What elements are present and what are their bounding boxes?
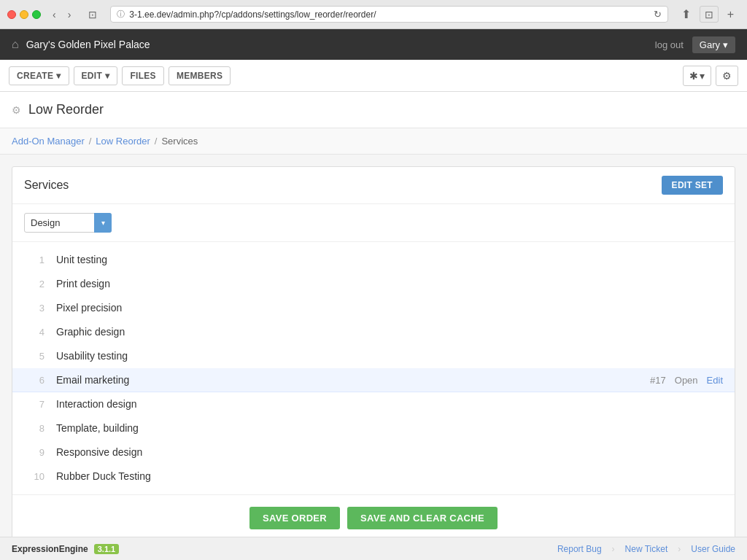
browser-actions: ⬆ ⊡ + [676, 6, 740, 23]
footer-left: ExpressionEngine 3.1.1 [12, 544, 119, 554]
panel-header: Services EDIT SET [12, 167, 735, 204]
window-button[interactable]: ⊡ [82, 7, 103, 22]
new-tab-button[interactable]: ⊡ [700, 6, 719, 23]
report-bug-link[interactable]: Report Bug [557, 544, 602, 554]
item-number: 4 [24, 327, 44, 338]
tools-chevron-icon: ▾ [700, 70, 705, 82]
header-right: log out Gary ▾ [655, 36, 735, 53]
files-label: FILES [130, 71, 156, 81]
lock-icon: ⓘ [117, 9, 125, 20]
item-number: 3 [24, 303, 44, 314]
list-item[interactable]: 7Interaction design [12, 392, 735, 416]
header-left: ⌂ Gary's Golden Pixel Palace [12, 38, 150, 51]
address-bar: ⓘ 3-1.ee.dev/admin.php?/cp/addons/settin… [110, 6, 667, 23]
item-status: Open [675, 375, 698, 386]
item-name: Responsive design [56, 446, 723, 458]
forward-button[interactable]: › [63, 7, 76, 22]
back-button[interactable]: ‹ [48, 7, 61, 22]
app-header: ⌂ Gary's Golden Pixel Palace log out Gar… [0, 29, 747, 60]
item-name: Email marketing [56, 374, 650, 386]
item-number: 7 [24, 399, 44, 410]
item-name: Print design [56, 278, 723, 289]
minimize-dot[interactable] [20, 10, 28, 19]
more-button[interactable]: + [721, 6, 740, 23]
user-guide-link[interactable]: User Guide [691, 544, 735, 554]
breadcrumb-bar: Add-On Manager / Low Reorder / Services [0, 128, 747, 155]
footer-sep-1: › [612, 544, 615, 554]
tools-button[interactable]: ✱ ▾ [683, 66, 711, 86]
breadcrumb-low-reorder[interactable]: Low Reorder [96, 136, 150, 147]
share-button[interactable]: ⬆ [676, 6, 697, 23]
home-icon[interactable]: ⌂ [12, 38, 19, 51]
page-header-icon: ⚙ [12, 104, 21, 116]
user-dropdown[interactable]: Gary ▾ [692, 36, 735, 53]
item-name: Pixel precision [56, 302, 723, 314]
logout-link[interactable]: log out [655, 39, 684, 50]
url-text: 3-1.ee.dev/admin.php?/cp/addons/settings… [129, 9, 649, 20]
app-footer: ExpressionEngine 3.1.1 Report Bug › New … [0, 537, 747, 553]
list-item[interactable]: 2Print design [12, 272, 735, 296]
edit-label: EDIT [82, 71, 103, 81]
new-ticket-link[interactable]: New Ticket [625, 544, 668, 554]
item-number: 6 [24, 375, 44, 386]
save-clear-button[interactable]: SAVE AND CLEAR CACHE [347, 507, 498, 529]
breadcrumb-sep-1: / [89, 136, 92, 147]
footer-app-name: ExpressionEngine [12, 544, 88, 554]
item-name: Template, building [56, 422, 723, 434]
tools-icon: ✱ [689, 70, 698, 82]
footer-version: 3.1.1 [94, 544, 119, 554]
list-item[interactable]: 8Template, building [12, 416, 735, 440]
create-label: CREATE [17, 71, 53, 81]
maximize-dot[interactable] [32, 10, 41, 19]
create-chevron-icon: ▾ [56, 71, 61, 81]
browser-dots [7, 10, 41, 19]
breadcrumb-addon-manager[interactable]: Add-On Manager [12, 136, 85, 147]
list-item[interactable]: 3Pixel precision [12, 296, 735, 320]
item-number: 8 [24, 423, 44, 434]
list-item[interactable]: 10Rubber Duck Testing [12, 464, 735, 489]
user-chevron-icon: ▾ [723, 39, 728, 50]
item-number: 2 [24, 279, 44, 289]
content-panel: Services EDIT SET Design Development Mar… [12, 166, 735, 542]
breadcrumb-services: Services [161, 136, 198, 147]
filter-row: Design Development Marketing ▾ [12, 204, 735, 242]
footer-right: Report Bug › New Ticket › User Guide [557, 544, 735, 554]
item-number: 9 [24, 447, 44, 458]
list-item[interactable]: 9Responsive design [12, 440, 735, 464]
filter-select[interactable]: Design Development Marketing [24, 213, 112, 233]
list-item[interactable]: 4Graphic design [12, 320, 735, 344]
footer-sep-2: › [678, 544, 681, 554]
files-button[interactable]: FILES [122, 66, 164, 85]
site-name: Gary's Golden Pixel Palace [26, 39, 150, 50]
item-name: Unit testing [56, 254, 723, 265]
list-items: 1Unit testing2Print design3Pixel precisi… [12, 242, 735, 494]
item-tag: #17 [650, 375, 666, 386]
members-button[interactable]: MEMBERS [169, 66, 231, 85]
members-label: MEMBERS [177, 71, 222, 81]
panel-title: Services [24, 179, 69, 192]
item-name: Interaction design [56, 398, 723, 410]
close-dot[interactable] [7, 10, 16, 19]
item-number: 1 [24, 254, 44, 265]
nav-right: ✱ ▾ ⚙ [683, 66, 738, 86]
item-edit-link[interactable]: Edit [707, 375, 723, 386]
filter-select-wrapper: Design Development Marketing ▾ [24, 213, 112, 233]
settings-button[interactable]: ⚙ [716, 66, 738, 86]
panel-footer: SAVE ORDER SAVE AND CLEAR CACHE [12, 494, 735, 541]
page-header: ⚙ Low Reorder [0, 92, 747, 128]
user-label: Gary [700, 39, 720, 50]
edit-button[interactable]: EDIT ▾ [74, 66, 118, 85]
refresh-button[interactable]: ↻ [654, 9, 662, 20]
browser-nav: ‹ › [48, 7, 75, 22]
list-item[interactable]: 5Usability testing [12, 344, 735, 368]
edit-set-button[interactable]: EDIT SET [662, 176, 723, 195]
item-number: 10 [24, 471, 44, 482]
item-name: Rubber Duck Testing [56, 470, 723, 482]
item-number: 5 [24, 351, 44, 362]
list-item[interactable]: 6Email marketing#17OpenEdit [12, 368, 735, 392]
create-button[interactable]: CREATE ▾ [9, 66, 69, 85]
list-item[interactable]: 1Unit testing [12, 248, 735, 272]
save-order-button[interactable]: SAVE ORDER [249, 507, 340, 529]
browser-chrome: ‹ › ⊡ ⓘ 3-1.ee.dev/admin.php?/cp/addons/… [0, 0, 747, 29]
breadcrumb-sep-2: / [155, 136, 158, 147]
